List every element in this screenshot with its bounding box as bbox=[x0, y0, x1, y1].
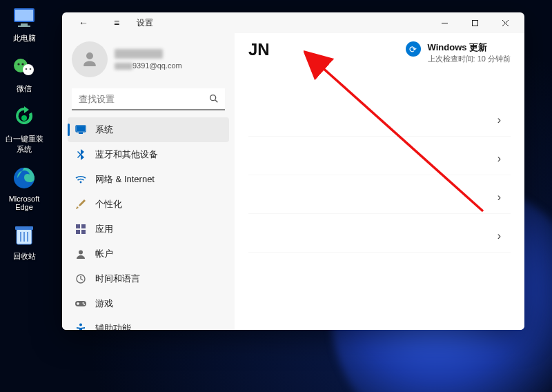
time-icon bbox=[75, 273, 87, 285]
svg-point-15 bbox=[210, 95, 216, 101]
windows-update-card[interactable]: ⟳ Windows 更新 上次检查时间: 10 分钟前 bbox=[406, 39, 511, 64]
update-title: Windows 更新 bbox=[428, 41, 511, 54]
desktop-icon-label: 回收站 bbox=[3, 251, 46, 262]
svg-rect-13 bbox=[15, 226, 33, 230]
nav-item-system[interactable]: 系统 bbox=[68, 117, 229, 142]
svg-point-5 bbox=[23, 64, 34, 75]
settings-rows: ›››› bbox=[248, 103, 511, 253]
titlebar: ← ≡ 设置 bbox=[62, 12, 524, 33]
chevron-right-icon: › bbox=[497, 230, 501, 242]
svg-rect-14 bbox=[472, 20, 477, 26]
chevron-right-icon: › bbox=[497, 191, 501, 204]
chevron-right-icon: › bbox=[497, 114, 501, 126]
desktop-icon-pc[interactable]: 此电脑 bbox=[3, 3, 46, 43]
desktop-icon-label: 此电脑 bbox=[3, 33, 46, 43]
update-subtitle: 上次检查时间: 10 分钟前 bbox=[428, 54, 511, 64]
account-text: 9391@qq.com bbox=[115, 49, 182, 70]
nav-item-user[interactable]: 帐户 bbox=[68, 242, 229, 266]
arrow-left-icon: ← bbox=[79, 17, 88, 28]
desktop-icon-edge[interactable]: Microsoft Edge bbox=[3, 164, 46, 211]
sidebar: 9391@qq.com 系统蓝牙和其他设备网络 & Internet个性化应用帐… bbox=[62, 33, 235, 330]
nav-item-label: 帐户 bbox=[95, 248, 113, 260]
nav-item-label: 应用 bbox=[95, 223, 113, 235]
nav-item-label: 辅助功能 bbox=[95, 322, 131, 330]
svg-rect-18 bbox=[79, 133, 83, 134]
svg-rect-3 bbox=[18, 26, 30, 27]
menu-button[interactable]: ≡ bbox=[103, 12, 130, 33]
content-pane: JN ⟳ Windows 更新 上次检查时间: 10 分钟前 ›››› bbox=[235, 33, 524, 330]
net-icon bbox=[75, 173, 87, 186]
edge-icon bbox=[10, 164, 38, 192]
apps-icon bbox=[75, 223, 87, 235]
svg-rect-23 bbox=[81, 230, 86, 234]
recycle-icon bbox=[10, 221, 38, 248]
account-email: 9391@qq.com bbox=[115, 61, 182, 70]
search-input[interactable] bbox=[72, 88, 225, 110]
desktop-icon-wechat[interactable]: 微信 bbox=[3, 53, 46, 94]
svg-point-24 bbox=[79, 251, 83, 255]
desktop-icon-label: 微信 bbox=[3, 84, 46, 94]
window-title: 设置 bbox=[137, 17, 153, 29]
desktop-icons: 此电脑微信白一键重装系统Microsoft Edge回收站 bbox=[3, 3, 50, 271]
desktop-icon-reinstall[interactable]: 白一键重装系统 bbox=[3, 104, 46, 155]
svg-point-28 bbox=[83, 304, 85, 305]
desktop-icon-recycle[interactable]: 回收站 bbox=[3, 221, 46, 262]
svg-rect-20 bbox=[76, 224, 80, 228]
nav-item-access[interactable]: 辅助功能 bbox=[68, 316, 229, 330]
hamburger-icon: ≡ bbox=[114, 17, 119, 28]
account-name-redacted bbox=[115, 49, 163, 59]
nav-item-apps[interactable]: 应用 bbox=[68, 217, 229, 242]
svg-point-6 bbox=[17, 63, 19, 65]
game-icon bbox=[75, 297, 87, 310]
svg-rect-21 bbox=[81, 224, 86, 228]
back-button[interactable]: ← bbox=[70, 12, 97, 33]
search-box[interactable] bbox=[72, 88, 225, 110]
svg-rect-2 bbox=[21, 23, 28, 26]
svg-point-7 bbox=[21, 63, 23, 65]
nav-item-time[interactable]: 时间和语言 bbox=[68, 266, 229, 291]
svg-point-8 bbox=[26, 68, 28, 70]
chevron-right-icon: › bbox=[497, 153, 501, 165]
user-icon bbox=[75, 248, 87, 260]
maximize-icon bbox=[471, 19, 479, 27]
settings-row[interactable]: › bbox=[248, 141, 511, 176]
svg-point-10 bbox=[21, 115, 27, 121]
close-button[interactable] bbox=[490, 12, 520, 33]
svg-rect-1 bbox=[15, 10, 33, 21]
svg-rect-17 bbox=[77, 126, 85, 131]
sync-icon: ⟳ bbox=[406, 41, 421, 57]
svg-point-9 bbox=[30, 68, 32, 70]
brush-icon bbox=[75, 198, 87, 210]
maximize-button[interactable] bbox=[460, 12, 490, 33]
nav-item-label: 蓝牙和其他设备 bbox=[95, 148, 158, 161]
desktop-icon-label: Microsoft Edge bbox=[3, 195, 46, 211]
settings-row[interactable]: › bbox=[248, 219, 511, 253]
bt-icon bbox=[75, 148, 87, 161]
desktop-icon-label: 白一键重装系统 bbox=[3, 134, 46, 155]
search-icon bbox=[208, 93, 219, 107]
access-icon bbox=[75, 322, 87, 330]
close-icon bbox=[502, 19, 509, 27]
nav-item-bt[interactable]: 蓝牙和其他设备 bbox=[68, 142, 229, 167]
nav-item-label: 时间和语言 bbox=[95, 273, 140, 285]
nav-item-label: 网络 & Internet bbox=[95, 173, 155, 186]
nav-item-game[interactable]: 游戏 bbox=[68, 291, 229, 316]
nav-item-net[interactable]: 网络 & Internet bbox=[68, 167, 229, 192]
wechat-icon bbox=[10, 53, 38, 81]
nav-item-brush[interactable]: 个性化 bbox=[68, 192, 229, 217]
reinstall-icon bbox=[10, 104, 38, 131]
svg-point-29 bbox=[79, 324, 82, 326]
svg-rect-22 bbox=[76, 230, 80, 234]
nav-item-label: 系统 bbox=[95, 124, 113, 136]
minimize-button[interactable] bbox=[429, 12, 460, 33]
nav-list: 系统蓝牙和其他设备网络 & Internet个性化应用帐户时间和语言游戏辅助功能 bbox=[68, 117, 229, 330]
settings-row[interactable]: › bbox=[248, 180, 511, 215]
settings-row[interactable]: › bbox=[248, 103, 511, 137]
account-block[interactable]: 9391@qq.com bbox=[68, 36, 229, 87]
svg-point-27 bbox=[83, 302, 84, 304]
svg-point-19 bbox=[80, 182, 82, 184]
page-title: JN bbox=[248, 40, 270, 59]
nav-item-label: 个性化 bbox=[95, 198, 122, 210]
system-icon bbox=[75, 124, 87, 136]
avatar bbox=[72, 41, 108, 77]
